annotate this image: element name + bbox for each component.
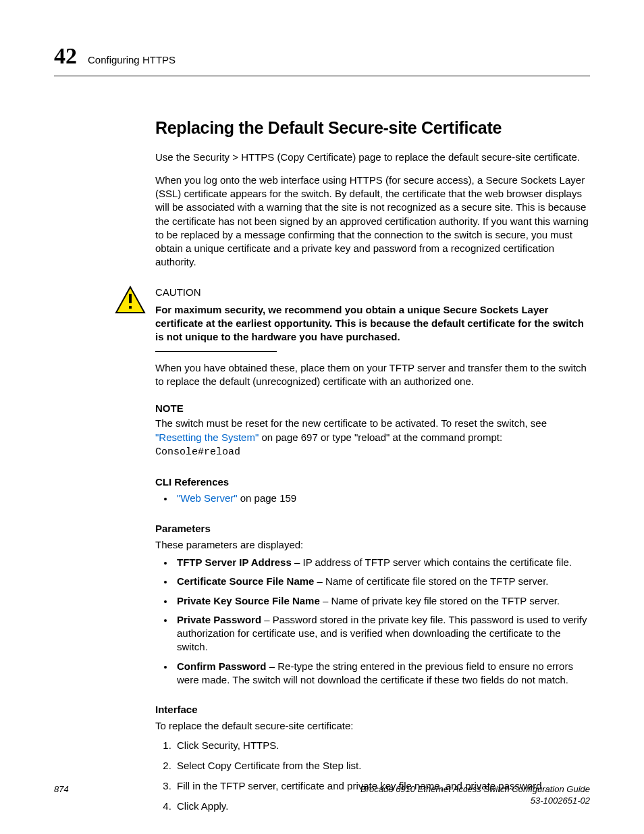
step-item: Click Security, HTTPS. [174,739,590,752]
caution-block: CAUTION For maximum security, we recomme… [115,286,590,361]
chapter-title: Configuring HTTPS [88,53,176,67]
body-paragraph: When you log onto the web interface usin… [155,174,590,269]
cli-heading: CLI References [155,475,590,489]
param-name: Private Password [177,614,261,625]
page-header: 42 Configuring HTTPS [54,41,590,76]
page: 42 Configuring HTTPS Replacing the Defau… [0,0,644,834]
note-pre: The switch must be reset for the new cer… [155,417,547,429]
note-text: The switch must be reset for the new cer… [155,417,590,459]
intro-paragraph: Use the Security > HTTPS (Copy Certifica… [155,151,590,164]
separator [155,351,277,352]
note-mid: on page 697 or type "reload" at the comm… [259,432,502,443]
parameters-intro: These parameters are displayed: [155,538,590,552]
footer-doc-number: 53-1002651-02 [360,795,590,807]
body-paragraph: When you have obtained these, place them… [155,361,590,389]
chapter-number: 42 [54,41,77,72]
content-body: Replacing the Default Secure-site Certif… [155,117,590,814]
caution-text: For maximum security, we recommend you o… [155,303,590,344]
param-name: Confirm Password [177,660,267,672]
param-name: Private Key Source File Name [177,595,320,606]
svg-rect-2 [129,306,132,309]
param-name: TFTP Server IP Address [177,556,292,568]
list-item: TFTP Server IP Address – IP address of T… [174,556,590,569]
caution-label: CAUTION [155,286,590,299]
list-item: Confirm Password – Re-type the string en… [174,660,590,687]
link-resetting-system[interactable]: "Resetting the System" [155,432,259,443]
svg-rect-1 [129,294,132,303]
footer-doc-title: Brocade 6910 Ethernet Access Switch Conf… [360,783,590,796]
list-item: "Web Server" on page 159 [174,492,590,505]
link-web-server[interactable]: "Web Server" [177,492,238,504]
section-title: Replacing the Default Secure-site Certif… [155,117,590,140]
param-desc: – Name of certificate file stored on the… [314,575,548,587]
param-name: Certificate Source File Name [177,575,314,587]
list-item: Certificate Source File Name – Name of c… [174,575,590,588]
code-command: Console#reload [155,446,240,458]
interface-intro: To replace the default secure-site certi… [155,719,590,733]
parameters-heading: Parameters [155,522,590,536]
page-footer: 874 Brocade 6910 Ethernet Access Switch … [54,783,590,807]
cli-tail: on page 159 [238,492,297,504]
param-desc: – Name of private key file stored on the… [320,595,560,606]
list-item: Private Key Source File Name – Name of p… [174,594,590,608]
step-item: Select Copy Certificate from the Step li… [174,759,590,773]
interface-heading: Interface [155,703,590,716]
caution-icon [115,286,149,317]
param-desc: – IP address of TFTP server which contai… [292,556,572,568]
page-number: 874 [54,783,69,807]
list-item: Private Password – Password stored in th… [174,613,590,654]
note-label: NOTE [155,402,590,415]
